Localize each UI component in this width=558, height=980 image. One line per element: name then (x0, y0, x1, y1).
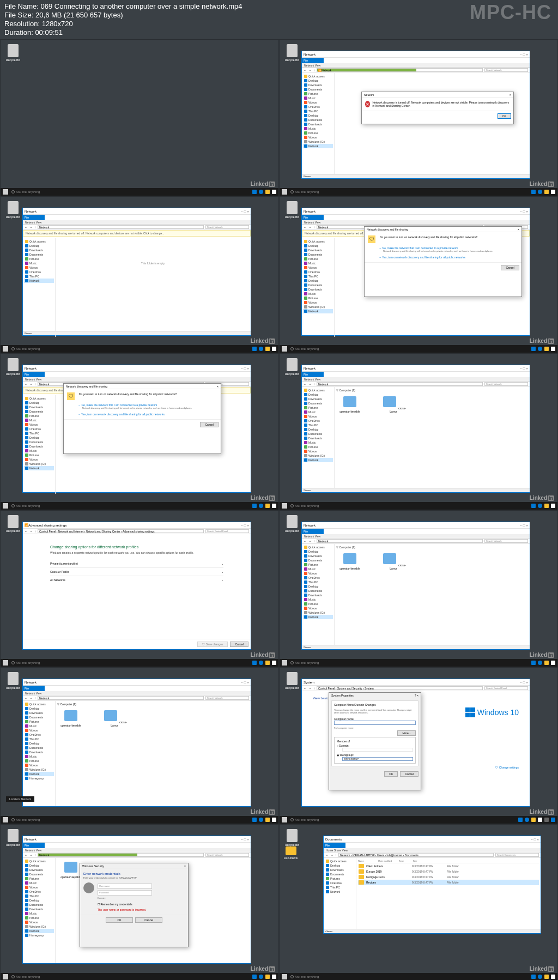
taskbar[interactable]: Ask me anything (1, 188, 278, 196)
recycle-bin[interactable]: Recycle Bin (5, 44, 21, 62)
credentials-dialog[interactable]: Windows Security× Enter network credenti… (80, 863, 189, 947)
thumbnail-1: Recycle Bin Linkedin Ask me anything (0, 39, 279, 196)
thumbnail-2: Recycle Bin Network−□× File Network View… (279, 39, 558, 196)
start-button[interactable] (3, 189, 8, 195)
change-settings-link[interactable]: 🛡 Change settings (495, 766, 519, 769)
thumbnail-9: Recycle Bin Network−□× File Network View… (0, 667, 279, 824)
thumbnail-grid: Recycle Bin Linkedin Ask me anything Rec… (0, 39, 558, 980)
save-button[interactable]: 🛡 Save changes (197, 642, 228, 647)
profile-all[interactable]: All Networks⌄ (50, 576, 223, 584)
workgroup-input[interactable]: WORKGROUP (342, 757, 413, 761)
mpc-hc-logo: MPC-HC (470, 1, 551, 24)
windows-10-logo: Windows 10 (465, 707, 519, 717)
thumbnail-7: Recycle Bin 📶 Advanced sharing settings−… (0, 510, 279, 667)
thumbnail-8: Recycle Bin Network−□× File Network View… (279, 510, 558, 667)
ok-button[interactable]: OK (498, 113, 511, 119)
sharing-dialog[interactable]: Network discovery and file sharing× 🛡Do … (364, 226, 522, 297)
computer-1[interactable]: operator-keyable (336, 394, 363, 413)
thumbnail-4: Recycle Bin Network−□× File Network View… (279, 196, 558, 353)
info-bar[interactable]: Network discovery and file sharing are t… (23, 230, 251, 237)
cancel-button[interactable]: Cancel (230, 642, 248, 647)
computer-icon (343, 396, 356, 407)
avatar-icon (83, 882, 94, 893)
folder-row[interactable]: Recipes9/3/2019 8:47 PMFile folder (358, 880, 539, 885)
cancel-button[interactable]: Cancel (501, 265, 519, 270)
thumbnail-12: Recycle Bin Documents Documents−□× File … (279, 824, 558, 980)
thumbnail-3: Recycle Bin Network−□× File Network View… (0, 196, 279, 353)
file-info-header: MPC-HC File Name: 069 Connecting to anot… (0, 0, 558, 39)
heading: Change sharing options for different net… (50, 545, 223, 549)
nav-pane[interactable]: Quick access Desktop Downloads Documents… (302, 73, 335, 178)
thumbnail-10: Recycle Bin System−□× ←→↑Control Panel ›… (279, 667, 558, 824)
username-input[interactable]: User name (98, 884, 152, 889)
computer-name-dialog[interactable]: System Properties? × Computer Name/Domai… (329, 692, 421, 790)
password-input[interactable]: Password (98, 890, 152, 896)
remember-checkbox[interactable]: ☐ Remember my credentials (98, 903, 185, 906)
linkedin-watermark: Linkedin (251, 181, 275, 187)
computer-2[interactable]: cross-Larror (380, 394, 407, 413)
edge-icon[interactable] (259, 190, 263, 194)
explorer-icon[interactable] (265, 190, 270, 194)
thumbnail-5: Recycle Bin Network−□× File Network View… (0, 353, 279, 510)
column-headers[interactable]: Name Date modified Type Size (358, 860, 539, 863)
folder-row[interactable]: Client Folders9/3/2019 8:47 PMFile folde… (358, 863, 539, 869)
thumbnail-11: Recycle Bin Network−□× File Network View… (0, 824, 279, 980)
profile-private[interactable]: Private (current profile)⌄ (50, 560, 223, 568)
error-text: The user name or password is incorrect. (98, 908, 185, 911)
shield-icon: 🛡 (368, 235, 375, 243)
taskbar-icon[interactable] (252, 190, 257, 194)
profile-guest[interactable]: Guest or Public⌄ (50, 568, 223, 576)
error-icon: ✕ (365, 101, 370, 107)
desktop-folder[interactable]: Documents (284, 846, 298, 860)
option-public[interactable]: → Yes, turn on network discovery and fil… (379, 256, 518, 259)
search-box[interactable]: Ask me anything (11, 190, 40, 193)
store-icon[interactable] (272, 190, 276, 194)
folder-row[interactable]: Europe 20199/3/2019 8:47 PMFile folder (358, 869, 539, 874)
thumbnail-6: Recycle Bin Network−□× File Network View… (279, 353, 558, 510)
folder-row[interactable]: Mortgage Docs9/3/2019 8:47 PMFile folder (358, 874, 539, 880)
computer-name-input[interactable] (334, 721, 416, 725)
more-button[interactable]: More... (397, 730, 416, 736)
error-dialog[interactable]: Network× ✕Network discovery is turned of… (361, 92, 514, 124)
tooltip: Location: Network (6, 796, 34, 802)
